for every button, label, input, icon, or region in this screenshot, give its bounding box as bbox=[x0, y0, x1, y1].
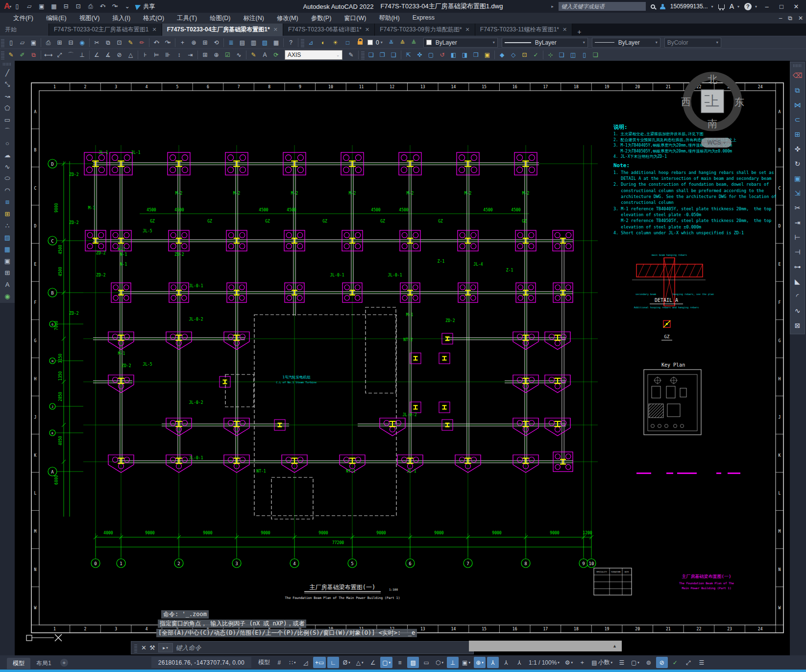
dock-customize-icon[interactable]: ⚒ bbox=[149, 644, 155, 651]
open-button[interactable]: ▱ bbox=[24, 1, 35, 12]
dim-angular-button[interactable]: ∠ bbox=[91, 50, 102, 60]
menu-Express[interactable]: Express bbox=[406, 14, 441, 23]
customization-button[interactable]: ☰ bbox=[696, 657, 708, 668]
block-rotate-button[interactable]: ↺ bbox=[437, 50, 448, 60]
rotate-button[interactable]: ↻ bbox=[792, 156, 804, 171]
infer-constraints-toggle[interactable]: ◿ bbox=[300, 657, 312, 668]
center-mark-button[interactable]: ⊕ bbox=[211, 50, 222, 60]
lock-ui-button[interactable]: ▢▾ bbox=[629, 657, 641, 668]
menu-窗口W[interactable]: 窗口(W) bbox=[338, 14, 372, 23]
selection-filter-toggle[interactable]: ▣▾ bbox=[460, 657, 472, 668]
hatch-button[interactable]: ▨ bbox=[1, 231, 13, 243]
match-properties-button[interactable]: ✎ bbox=[125, 37, 136, 48]
ungroup-button[interactable]: ◫ bbox=[567, 50, 579, 60]
rectangle-button[interactable]: ▭ bbox=[1, 114, 13, 125]
blend-button[interactable]: ∿ bbox=[792, 303, 804, 318]
layer-walk-button[interactable]: ▥ bbox=[248, 37, 259, 48]
menu-绘图D[interactable]: 绘图(D) bbox=[203, 14, 237, 23]
save-as-button[interactable]: ▦ bbox=[48, 1, 59, 12]
pan-button[interactable]: + bbox=[177, 37, 188, 48]
open-button[interactable]: ▱ bbox=[17, 37, 28, 48]
ortho-mode-toggle[interactable]: ∟ bbox=[327, 657, 339, 668]
polyline-button[interactable]: ↝ bbox=[1, 90, 13, 102]
offset-button[interactable]: ⊂ bbox=[792, 112, 804, 127]
explode-button[interactable]: ⊠ bbox=[792, 318, 804, 333]
model-paper-toggle[interactable]: 模型 bbox=[256, 657, 272, 668]
wcs-dropdown[interactable]: WCS▿ bbox=[701, 138, 732, 148]
save-button[interactable]: ▣ bbox=[28, 37, 39, 48]
caret-icon[interactable]: ▾ bbox=[104, 4, 106, 8]
menu-工具T[interactable]: 工具(T) bbox=[171, 14, 203, 23]
file-tab[interactable]: F747S-T0233-11螺栓布置图1*✕ bbox=[475, 24, 572, 36]
construction-line-button[interactable]: ⤡ bbox=[1, 78, 13, 90]
dim-jogged-button[interactable]: ∿ bbox=[233, 50, 244, 60]
command-history-scrollbar[interactable]: ▲ bbox=[469, 641, 622, 651]
toolbar-grip[interactable] bbox=[793, 64, 802, 67]
menu-编辑E[interactable]: 编辑(E) bbox=[40, 14, 73, 23]
extend-button[interactable]: ⇥ bbox=[792, 215, 804, 230]
object-snap-tracking-toggle[interactable]: ∠ bbox=[367, 657, 379, 668]
tab-close-icon[interactable]: ✕ bbox=[365, 26, 369, 33]
snap-mode-toggle[interactable]: ∷▾ bbox=[287, 657, 298, 668]
revision-cloud-button[interactable]: ☁ bbox=[1, 149, 13, 161]
break-point-button[interactable]: ⊢ bbox=[792, 230, 804, 245]
text-button[interactable]: A bbox=[1, 278, 13, 290]
dynamic-ucs-toggle[interactable]: ⊥ bbox=[447, 657, 459, 668]
block-move-button[interactable]: ✜ bbox=[414, 50, 425, 60]
edit-button[interactable]: ✏ bbox=[136, 37, 147, 48]
annotation-autoscale-toggle[interactable]: ⅄ bbox=[500, 657, 512, 668]
caret-icon[interactable]: ▾ bbox=[158, 41, 160, 45]
object-snap-toggle[interactable]: ▢▾ bbox=[380, 657, 392, 668]
save-button[interactable]: ▣ bbox=[36, 1, 47, 12]
file-tab[interactable]: F747S-T0233-09剪力墙配筋图*✕ bbox=[375, 24, 475, 36]
block-copy-button[interactable]: ❒ bbox=[470, 50, 482, 60]
layout-tab-布局1[interactable]: 布局1 bbox=[30, 658, 57, 669]
close-button[interactable]: ✕ bbox=[791, 3, 801, 10]
new-drawing-button[interactable]: ▯ bbox=[11, 1, 23, 12]
share-button[interactable]: 共享 bbox=[136, 2, 155, 11]
tab-close-icon[interactable]: ✕ bbox=[465, 26, 470, 33]
insert-block-button[interactable]: ⧈ bbox=[1, 196, 13, 208]
layer-dropdown-caret-icon[interactable]: ▾ bbox=[381, 40, 383, 45]
grid-display-toggle[interactable]: # bbox=[273, 657, 285, 668]
dim-inspect-button[interactable]: ☑ bbox=[222, 50, 233, 60]
spline-button[interactable]: ∿ bbox=[1, 161, 13, 173]
group-edit-button[interactable]: ▯ bbox=[579, 50, 590, 60]
gradient-button[interactable]: ▦ bbox=[1, 243, 13, 255]
plot-button[interactable]: ⎙ bbox=[43, 37, 54, 48]
clean-screen-button[interactable]: ⤢ bbox=[683, 657, 694, 668]
collapse-search-icon[interactable]: ▸ bbox=[551, 4, 554, 9]
dim-arc-button[interactable]: ⌒ bbox=[65, 50, 76, 60]
fillet-button[interactable]: ◜ bbox=[792, 289, 804, 303]
style-pencil-button[interactable]: ✎ bbox=[345, 50, 357, 60]
3d-osnap-toggle[interactable]: ⬡▾ bbox=[434, 657, 445, 668]
dim-spacing-button[interactable]: ⊪ bbox=[162, 50, 173, 60]
toolbar-grip[interactable] bbox=[361, 50, 365, 59]
revcloud2-button[interactable]: ◇ bbox=[508, 50, 519, 60]
annotation-monitor-toggle[interactable]: ＋ bbox=[576, 657, 588, 668]
undo-button[interactable]: ↶▾ bbox=[97, 1, 108, 12]
autodesk-a-icon[interactable]: A bbox=[730, 2, 734, 10]
arc-button[interactable]: ⌒ bbox=[1, 125, 13, 137]
menu-参数P[interactable]: 参数(P) bbox=[305, 14, 338, 23]
layer-tools-button[interactable]: ⊿ bbox=[305, 37, 317, 48]
break-button[interactable]: ⊣ bbox=[792, 245, 804, 259]
command-prompt-icon[interactable]: ▸▾ bbox=[158, 643, 173, 652]
trim-button[interactable]: ✂ bbox=[792, 200, 804, 215]
layer-states-button[interactable]: ▤ bbox=[237, 37, 248, 48]
search-input[interactable]: 键入关键字或短语 bbox=[559, 2, 646, 11]
dim-style-edit-button[interactable]: ✎ bbox=[248, 50, 259, 60]
xref-clip-button[interactable]: ❐ bbox=[377, 50, 388, 60]
block-base-button[interactable]: ⇱ bbox=[403, 50, 414, 60]
new-tab-button[interactable]: + bbox=[572, 28, 586, 36]
gizmo-toggle[interactable]: ⊕▾ bbox=[474, 657, 486, 668]
maximize-button[interactable]: □ bbox=[777, 3, 786, 10]
redo-button[interactable]: ↷▾ bbox=[109, 1, 121, 12]
toolbar-grip[interactable] bbox=[301, 38, 304, 47]
drawing-canvas[interactable]: 1122334455667788991010111112121313141415… bbox=[15, 61, 790, 655]
annotation-icon[interactable]: ⅄ bbox=[513, 657, 525, 668]
units-button[interactable]: ▤小数▾ bbox=[589, 657, 614, 668]
lineweight-control-dropdown[interactable]: ByLayer▾ bbox=[592, 38, 660, 48]
block-mirror-button[interactable]: ◨ bbox=[459, 50, 470, 60]
selection-cycling-toggle[interactable]: ▭ bbox=[420, 657, 432, 668]
